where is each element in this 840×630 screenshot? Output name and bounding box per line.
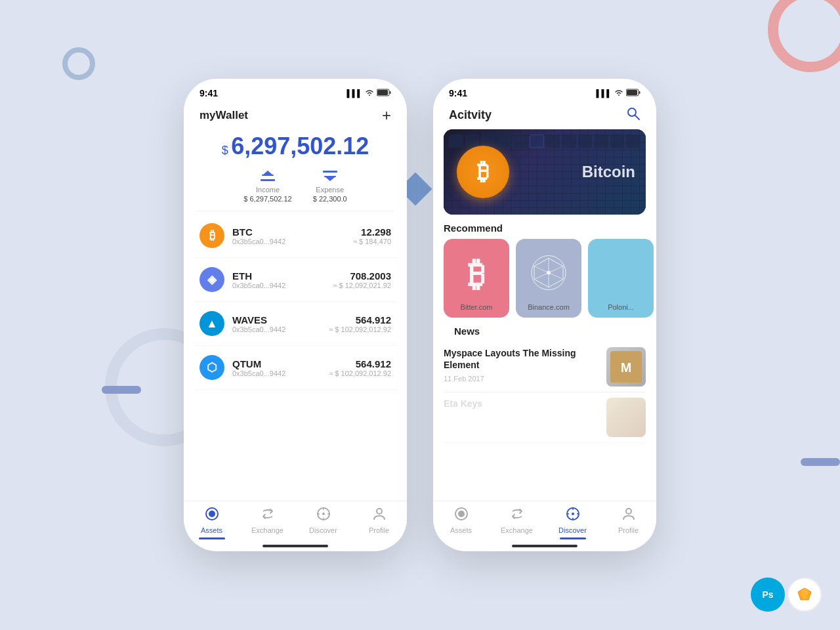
bottom-nav-wallet: Assets Exchange Discover — [184, 501, 407, 545]
news-content-2: Eta Keys — [444, 398, 598, 410]
photoshop-icon: Ps — [751, 578, 785, 612]
svg-point-14 — [322, 513, 325, 515]
svg-marker-6 — [263, 171, 272, 175]
nav-profile-2[interactable]: Profile — [600, 507, 656, 534]
crypto-icon-waves: ▲ — [200, 311, 224, 336]
nav-discover-1[interactable]: Discover — [295, 507, 351, 534]
discover-icon-2 — [566, 507, 580, 524]
status-icons-2: ▌▌▌ — [597, 89, 640, 98]
balance-amount: 6,297,502.12 — [231, 133, 369, 159]
crypto-values-qtum: 564.912 ≈ $ 102,092,012.92 — [329, 358, 391, 377]
crypto-item-qtum[interactable]: ⬡ QTUM 0x3b5ca0...9442 564.912 ≈ $ 102,0… — [194, 346, 396, 390]
binance-label: Binance.com — [525, 303, 572, 311]
bitcoin-coin-graphic: ₿ — [457, 146, 509, 198]
nav-exchange-1[interactable]: Exchange — [240, 507, 295, 534]
phones-container: 9:41 ▌▌▌ myWallet + $ 6,297,502.12 — [184, 79, 656, 551]
phone-activity: 9:41 ▌▌▌ Acitvity — [433, 79, 656, 551]
svg-line-24 — [635, 116, 639, 119]
home-indicator-2 — [433, 545, 656, 551]
battery-icon-1 — [377, 89, 391, 98]
bitcoin-banner: ₿ Bitcoin — [444, 129, 646, 215]
assets-icon-2 — [454, 507, 469, 524]
balance-section: $ 6,297,502.12 — [184, 127, 407, 168]
crypto-addr-waves: 0x3b5ca0...9442 — [232, 326, 321, 333]
news-section: News Myspace Layouts The Missing Element… — [433, 326, 656, 443]
svg-rect-5 — [262, 175, 274, 176]
svg-text:M: M — [621, 360, 632, 375]
crypto-icon-btc: ₿ — [200, 223, 224, 248]
income-icon — [261, 171, 275, 184]
add-button[interactable]: + — [382, 106, 391, 125]
svg-line-29 — [549, 266, 563, 273]
nav-assets-2[interactable]: Assets — [433, 507, 489, 534]
crypto-amount-eth: 708.2003 — [333, 270, 391, 282]
crypto-values-btc: 12.298 ≈ $ 184,470 — [353, 226, 391, 245]
signal-icon-2: ▌▌▌ — [597, 89, 612, 97]
wallet-title: myWallet — [200, 109, 248, 122]
bg-decoration-bar-left — [102, 386, 141, 394]
nav-profile-label-1: Profile — [369, 526, 389, 534]
crypto-item-eth[interactable]: ◈ ETH 0x3b5ca0...9442 708.2003 ≈ $ 12,09… — [194, 258, 396, 302]
nav-discover-label-1: Discover — [309, 526, 337, 534]
income-label: Income — [256, 186, 280, 194]
nav-profile-label-2: Profile — [618, 526, 639, 534]
wifi-icon-1 — [365, 89, 374, 98]
crypto-amount-waves: 564.912 — [329, 314, 391, 326]
crypto-icon-qtum: ⬡ — [200, 355, 224, 380]
nav-profile-1[interactable]: Profile — [351, 507, 407, 534]
svg-point-39 — [572, 513, 574, 515]
crypto-addr-btc: 0x3b5ca0...9442 — [232, 238, 345, 245]
news-title-2: Eta Keys — [444, 398, 598, 410]
news-title: News — [444, 326, 646, 342]
bg-decoration-circle-blue — [62, 47, 95, 80]
crypto-icon-eth: ◈ — [200, 267, 224, 292]
crypto-addr-eth: 0x3b5ca0...9442 — [232, 282, 325, 289]
wallet-header: myWallet + — [184, 101, 407, 127]
svg-line-32 — [534, 273, 549, 280]
recommend-card-binance[interactable]: Binance.com — [516, 239, 581, 318]
svg-point-23 — [628, 108, 636, 116]
recommend-title: Recommend — [433, 222, 656, 239]
status-time-2: 9:41 — [449, 88, 467, 98]
income-value: $ 6,297,502.12 — [243, 195, 291, 203]
news-thumb-2 — [606, 398, 646, 437]
nav-discover-2[interactable]: Discover — [545, 507, 600, 534]
recommend-card-bitter[interactable]: ₿ Bitter.com — [444, 239, 509, 318]
news-content-1: Myspace Layouts The Missing Element 11 F… — [444, 347, 598, 383]
news-item-1[interactable]: Myspace Layouts The Missing Element 11 F… — [444, 342, 646, 392]
home-indicator-1 — [184, 545, 407, 551]
crypto-item-waves[interactable]: ▲ WAVES 0x3b5ca0...9442 564.912 ≈ $ 102,… — [194, 302, 396, 346]
nav-assets-1[interactable]: Assets — [184, 507, 240, 534]
income-expense: Income $ 6,297,502.12 Expense $ 22,300.0 — [184, 168, 407, 211]
nav-exchange-2[interactable]: Exchange — [489, 507, 545, 534]
recommend-section: Recommend ₿ Bitter.com — [433, 222, 656, 326]
crypto-list: ₿ BTC 0x3b5ca0...9442 12.298 ≈ $ 184,470… — [184, 211, 407, 501]
svg-line-30 — [549, 273, 563, 280]
bottom-nav-activity: Assets Exchange Discover — [433, 501, 656, 545]
svg-rect-3 — [390, 91, 391, 94]
activity-content: Recommend ₿ Bitter.com — [433, 222, 656, 501]
recommend-card-polo[interactable]: Poloni... — [588, 239, 654, 318]
activity-header: Acitvity — [433, 101, 656, 129]
status-bar-activity: 9:41 ▌▌▌ — [433, 79, 656, 101]
crypto-info-btc: BTC 0x3b5ca0...9442 — [232, 226, 345, 245]
svg-rect-21 — [639, 91, 640, 94]
polo-label: Poloni... — [605, 303, 637, 311]
news-date-1: 11 Feb 2017 — [444, 375, 598, 383]
svg-marker-9 — [326, 177, 335, 181]
currency-symbol: $ — [222, 144, 228, 157]
tool-icons: Ps — [751, 578, 822, 612]
search-button[interactable] — [626, 106, 640, 124]
news-thumb-1: M — [606, 347, 646, 387]
news-thumb-inner-1: M — [606, 347, 646, 387]
crypto-item-btc[interactable]: ₿ BTC 0x3b5ca0...9442 12.298 ≈ $ 184,470 — [194, 214, 396, 258]
recommend-scroll: ₿ Bitter.com — [433, 239, 656, 326]
activity-title: Acitvity — [449, 108, 492, 122]
crypto-amount-btc: 12.298 — [353, 226, 391, 238]
profile-icon-2 — [621, 507, 636, 524]
expense-value: $ 22,300.0 — [313, 195, 347, 203]
binance-icon — [529, 253, 568, 295]
svg-line-33 — [534, 266, 549, 273]
discover-icon-1 — [316, 507, 331, 524]
crypto-info-waves: WAVES 0x3b5ca0...9442 — [232, 314, 321, 333]
